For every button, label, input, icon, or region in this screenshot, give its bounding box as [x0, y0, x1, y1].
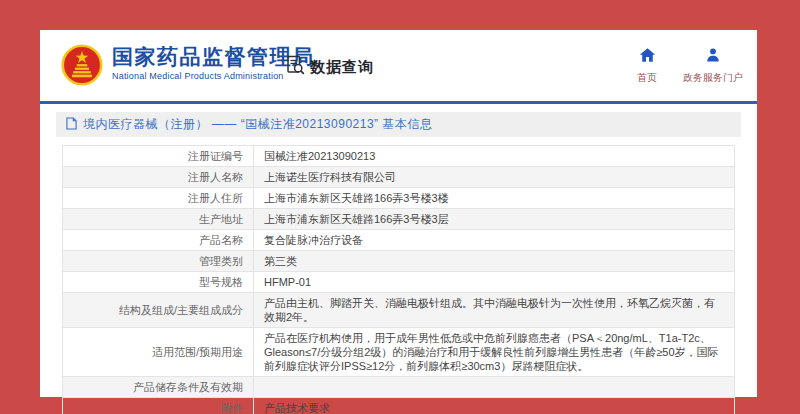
field-value: 产品技术要求 [254, 398, 735, 414]
field-label: 结构及组成/主要组成成分 [63, 293, 254, 328]
table-row: 适用范围/预期用途 产品在医疗机构使用，用于成年男性低危或中危前列腺癌患者（PS… [63, 328, 735, 377]
nav-data-query[interactable]: 数据查询 [285, 55, 374, 79]
nmpa-query-page: { "header": { "org_name_cn": "国家药品监督管理局"… [0, 0, 800, 414]
header-quick-links: 首页 政务服务门户 [637, 47, 743, 85]
home-label: 首页 [637, 71, 657, 85]
field-label: 注册人名称 [63, 167, 254, 188]
registration-info-table: 注册证编号 国械注准20213090213 注册人名称 上海诺生医疗科技有限公司… [62, 145, 735, 414]
field-label: 注册证编号 [63, 146, 254, 167]
content-card: 国家药品监督管理局 National Medical Products Admi… [40, 30, 757, 397]
field-value: HFMP-01 [254, 272, 735, 293]
emblem-icon [61, 44, 103, 86]
field-value: 上海市浦东新区天雄路166弄3号楼3楼 [254, 188, 735, 209]
breadcrumb: 境内医疗器械（注册） —— “国械注准20213090213” 基本信息 [56, 112, 741, 137]
field-label: 注册人住所 [63, 188, 254, 209]
nav-home[interactable]: 首页 [637, 47, 657, 85]
field-value: 复合陡脉冲治疗设备 [254, 230, 735, 251]
header-divider [40, 101, 757, 104]
field-label: 产品储存条件及有效期 [63, 377, 254, 398]
field-value: 上海诺生医疗科技有限公司 [254, 167, 735, 188]
table-row: 注册人住所 上海市浦东新区天雄路166弄3号楼3楼 [63, 188, 735, 209]
person-icon [705, 47, 721, 67]
gov-portal-label: 政务服务门户 [683, 71, 743, 85]
document-icon [66, 116, 77, 134]
field-label: 管理类别 [63, 251, 254, 272]
table-row: 注册证编号 国械注准20213090213 [63, 146, 735, 167]
field-value: 第三类 [254, 251, 735, 272]
table-row: 型号规格 HFMP-01 [63, 272, 735, 293]
field-value: 上海市浦东新区天雄路166弄3号楼3层 [254, 209, 735, 230]
document-search-icon [285, 55, 305, 79]
field-value: 产品由主机、脚踏开关、消融电极针组成。其中消融电极针为一次性使用，环氧乙烷灭菌，… [254, 293, 735, 328]
site-header: 国家药品监督管理局 National Medical Products Admi… [40, 30, 757, 101]
table-row: 产品储存条件及有效期 [63, 377, 735, 398]
field-value: 国械注准20213090213 [254, 146, 735, 167]
table-row: 生产地址 上海市浦东新区天雄路166弄3号楼3层 [63, 209, 735, 230]
field-label: 型号规格 [63, 272, 254, 293]
field-label: 产品名称 [63, 230, 254, 251]
field-label: 适用范围/预期用途 [63, 328, 254, 377]
national-emblem-logo[interactable] [61, 44, 103, 86]
table-row: 管理类别 第三类 [63, 251, 735, 272]
table-row: 结构及组成/主要组成成分 产品由主机、脚踏开关、消融电极针组成。其中消融电极针为… [63, 293, 735, 328]
data-query-label: 数据查询 [310, 58, 374, 77]
field-value [254, 377, 735, 398]
breadcrumb-text: 境内医疗器械（注册） —— “国械注准20213090213” 基本信息 [83, 116, 432, 133]
table-row: 产品名称 复合陡脉冲治疗设备 [63, 230, 735, 251]
field-label: 生产地址 [63, 209, 254, 230]
nav-gov-portal[interactable]: 政务服务门户 [683, 47, 743, 85]
home-icon [639, 47, 656, 67]
table-row: 注册人名称 上海诺生医疗科技有限公司 [63, 167, 735, 188]
field-value: 产品在医疗机构使用，用于成年男性低危或中危前列腺癌患者（PSA＜20ng/mL、… [254, 328, 735, 377]
table-row: 附件 产品技术要求 [63, 398, 735, 414]
field-label: 附件 [63, 398, 254, 414]
